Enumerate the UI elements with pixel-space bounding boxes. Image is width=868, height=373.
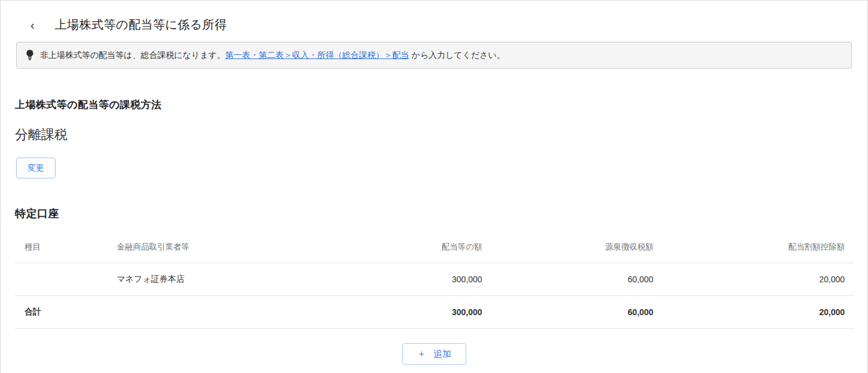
specific-account-table: 種目 金融商品取引業者等 配当等の額 源泉徴収税額 配当割額控除額 マネフォ証券… xyxy=(15,232,854,329)
column-header-type: 種目 xyxy=(15,232,107,263)
notice-banner: 非上場株式等の配当等は、総合課税になります。 第一表・第二表＞収入・所得（総合課… xyxy=(16,42,852,69)
cell-dividend-amount: 300,000 xyxy=(338,263,491,296)
column-header-dividend-amount: 配当等の額 xyxy=(338,232,491,263)
specific-account-heading: 特定口座 xyxy=(15,206,853,221)
cell-withholding-tax: 60,000 xyxy=(492,263,663,296)
column-header-broker: 金融商品取引業者等 xyxy=(107,232,338,263)
back-button[interactable]: ‹ xyxy=(30,19,35,31)
total-label: 合計 xyxy=(15,296,107,329)
notice-text: 非上場株式等の配当等は、総合課税になります。 xyxy=(40,50,225,61)
total-dividend-amount: 300,000 xyxy=(338,296,491,329)
notice-link[interactable]: 第一表・第二表＞収入・所得（総合課税）＞配当 xyxy=(225,50,409,61)
cell-broker: マネフォ証券本店 xyxy=(107,263,338,296)
total-withholding-tax: 60,000 xyxy=(492,296,663,329)
cell-dividend-deduction: 20,000 xyxy=(663,263,854,296)
add-button-container: ＋ 追加 xyxy=(1,343,867,365)
lightbulb-icon xyxy=(26,50,34,61)
add-button[interactable]: ＋ 追加 xyxy=(402,343,466,365)
column-header-withholding-tax: 源泉徴収税額 xyxy=(492,232,663,263)
add-button-label: 追加 xyxy=(433,349,451,360)
page-title: 上場株式等の配当等に係る所得 xyxy=(55,17,227,33)
cell-type xyxy=(15,263,107,296)
chevron-left-icon: ‹ xyxy=(30,19,35,32)
table-row[interactable]: マネフォ証券本店 300,000 60,000 20,000 xyxy=(15,263,854,296)
change-button[interactable]: 変更 xyxy=(16,158,56,178)
page-container: ‹ 上場株式等の配当等に係る所得 非上場株式等の配当等は、総合課税になります。 … xyxy=(0,0,868,373)
total-broker xyxy=(107,296,338,329)
plus-icon: ＋ xyxy=(417,349,426,359)
table-header-row: 種目 金融商品取引業者等 配当等の額 源泉徴収税額 配当割額控除額 xyxy=(15,232,854,263)
table-total-row: 合計 300,000 60,000 20,000 xyxy=(15,296,854,329)
total-dividend-deduction: 20,000 xyxy=(663,296,854,329)
column-header-dividend-deduction: 配当割額控除額 xyxy=(663,232,854,263)
taxation-method-value: 分離課税 xyxy=(15,126,853,144)
notice-text-after: から入力してください。 xyxy=(411,50,505,61)
page-header: ‹ 上場株式等の配当等に係る所得 xyxy=(1,1,867,33)
taxation-method-heading: 上場株式等の配当等の課税方法 xyxy=(15,98,853,112)
